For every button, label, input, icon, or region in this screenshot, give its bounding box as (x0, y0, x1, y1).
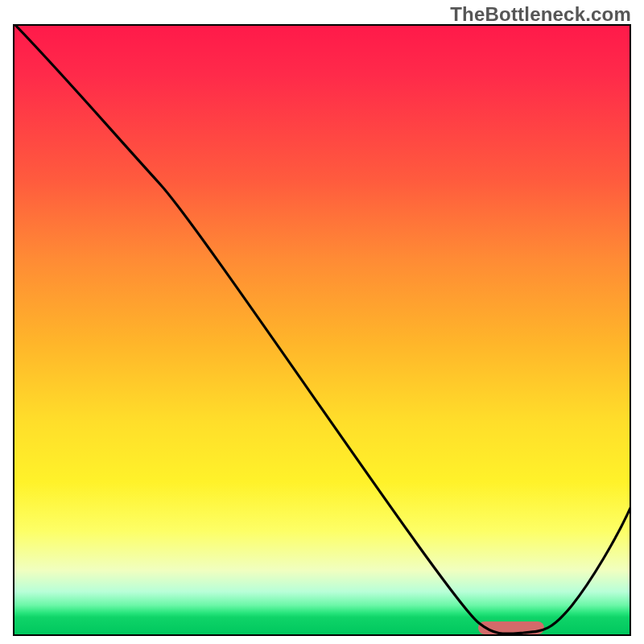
attribution-text: TheBottleneck.com (450, 3, 631, 26)
bottleneck-curve (14, 26, 630, 634)
chart-frame (13, 24, 631, 636)
curve-path (14, 26, 630, 634)
